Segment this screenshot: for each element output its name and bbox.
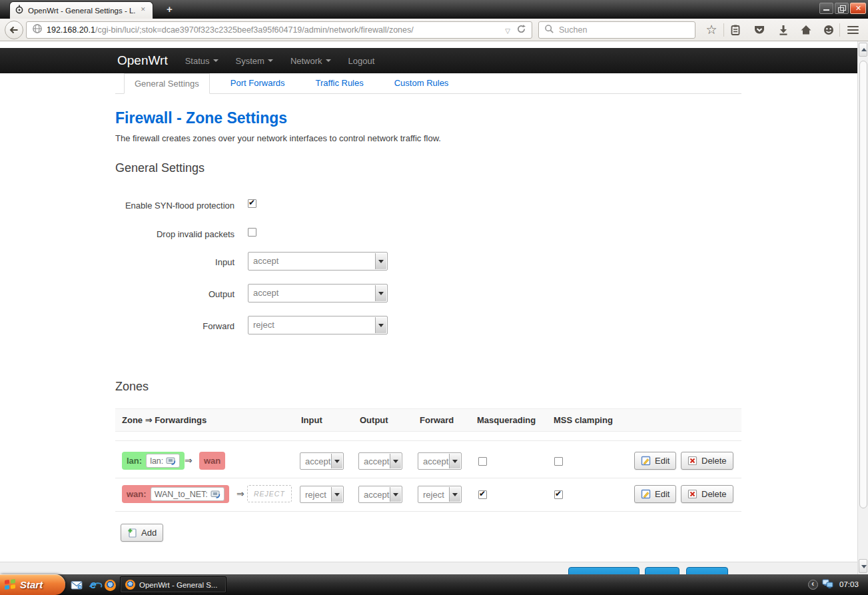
search-bar[interactable] [538, 21, 695, 39]
row2-delete-button[interactable]: Delete [681, 485, 733, 503]
row1-masquerading-checkbox[interactable] [478, 457, 487, 466]
save-button[interactable] [645, 567, 679, 574]
row1-mss-checkbox[interactable] [554, 457, 563, 466]
window-restore-button[interactable] [835, 3, 849, 14]
start-button[interactable]: Start [0, 574, 65, 595]
back-button[interactable] [5, 21, 23, 39]
new-tab-button[interactable] [161, 3, 179, 17]
window-titlebar: OpenWrt - General Settings - L... [0, 0, 868, 19]
tab-traffic-rules[interactable]: Traffic Rules [305, 73, 373, 93]
taskbar: Start e OpenWrt - General S... 07:03 [0, 574, 868, 595]
tab-port-forwards[interactable]: Port Forwards [220, 73, 295, 93]
table-divider [115, 440, 741, 441]
drop-invalid-label: Drop invalid packets [53, 229, 234, 239]
taskbar-clock: 07:03 [839, 574, 859, 595]
reload-icon[interactable] [516, 24, 526, 37]
zones-heading: Zones [115, 380, 149, 394]
add-zone-button[interactable]: Add [121, 524, 163, 542]
zone-badge-lan: lan: lan: [122, 452, 185, 470]
internet-explorer-icon[interactable]: e [87, 579, 99, 591]
page-subtitle: The firewall creates zones over your net… [115, 133, 441, 143]
table-divider [115, 478, 741, 478]
select-arrow-icon [390, 454, 401, 468]
col-input: Input [301, 409, 322, 431]
url-host: 192.168.20.1 [47, 25, 95, 35]
scrollbar-thumb[interactable] [859, 61, 867, 508]
row2-forward-select[interactable]: reject [418, 486, 462, 503]
forward-arrow: ⇒ [236, 488, 244, 499]
toolbar-separator [839, 23, 840, 37]
nav-item-logout[interactable]: Logout [348, 56, 375, 66]
row2-input-select[interactable]: reject [300, 486, 344, 503]
nav-item-network[interactable]: Network [290, 56, 331, 66]
dest-badge-wan: wan [199, 452, 225, 470]
forward-select[interactable]: reject [248, 316, 388, 334]
network-badge: lan: [146, 454, 180, 468]
select-arrow-icon [449, 454, 460, 468]
taskbar-task-openwrt[interactable]: OpenWrt - General S... [120, 576, 226, 593]
bookmarks-menu-icon[interactable] [729, 23, 742, 37]
browser-tab[interactable]: OpenWrt - General Settings - L... [9, 1, 153, 19]
row1-input-select[interactable]: accept [300, 452, 344, 470]
table-divider [115, 511, 741, 512]
url-text: 192.168.20.1/cgi-bin/luci/;stok=dcae3970… [47, 25, 499, 35]
scroll-up-icon[interactable] [859, 43, 867, 57]
bookmark-star-icon[interactable] [705, 23, 718, 37]
window-minimize-button[interactable] [819, 3, 833, 14]
select-arrow-icon [375, 317, 386, 333]
output-select[interactable]: accept [248, 284, 388, 302]
tab-title: OpenWrt - General Settings - L... [28, 7, 136, 15]
col-mss-clamping: MSS clamping [554, 409, 613, 431]
tray-collapse-icon[interactable] [808, 580, 818, 590]
nav-item-status[interactable]: Status [185, 56, 218, 66]
output-label: Output [53, 289, 234, 299]
dest-reject-badge: REJECT [247, 485, 292, 502]
tab-general-settings[interactable]: General Settings [124, 73, 210, 94]
row2-masquerading-checkbox[interactable] [478, 490, 487, 499]
nav-item-system[interactable]: System [236, 56, 273, 66]
reset-button[interactable] [686, 567, 728, 574]
vertical-scrollbar[interactable] [857, 41, 868, 574]
pocket-icon[interactable] [753, 23, 766, 37]
row2-edit-button[interactable]: Edit [634, 485, 676, 503]
url-dropdown-icon[interactable] [503, 24, 512, 36]
url-bar[interactable]: 192.168.20.1/cgi-bin/luci/;stok=dcae3970… [26, 21, 532, 39]
select-arrow-icon [375, 285, 386, 301]
zones-table-header: Zone ⇒ Forwardings Input Output Forward … [115, 408, 741, 432]
zone-badge-wan: wan: WAN_to_NET: [122, 485, 229, 503]
back-arrow-icon [9, 25, 19, 35]
row1-forward-select[interactable]: accept [418, 452, 462, 470]
col-output: Output [360, 409, 388, 431]
tab-close-icon[interactable] [140, 7, 148, 15]
tab-custom-rules[interactable]: Custom Rules [384, 73, 459, 93]
page-footer [0, 562, 857, 574]
scroll-down-icon[interactable] [859, 559, 867, 573]
delete-icon [687, 489, 697, 499]
syn-flood-checkbox[interactable] [248, 199, 256, 208]
menu-hamburger-icon[interactable] [846, 23, 859, 37]
caret-down-icon [326, 59, 331, 62]
row2-output-select[interactable]: accept [358, 486, 402, 503]
row2-mss-checkbox[interactable] [554, 490, 563, 499]
drop-invalid-checkbox[interactable] [248, 228, 256, 237]
row1-delete-button[interactable]: Delete [681, 452, 733, 470]
input-select[interactable]: accept [248, 252, 388, 271]
window-close-button[interactable] [850, 3, 866, 14]
search-input[interactable] [559, 25, 672, 35]
mail-icon[interactable] [71, 579, 83, 591]
downloads-icon[interactable] [777, 23, 790, 37]
save-apply-button[interactable] [568, 567, 640, 574]
syn-flood-label: Enable SYN-flood protection [53, 201, 234, 211]
forward-arrow: ⇒ [185, 455, 193, 466]
row1-output-select[interactable]: accept [358, 452, 402, 470]
network-tray-icon[interactable] [822, 578, 834, 592]
home-icon[interactable] [799, 23, 813, 37]
row1-edit-button[interactable]: Edit [634, 452, 676, 470]
hello-smiley-icon[interactable] [822, 23, 835, 37]
firefox-icon[interactable] [104, 579, 116, 591]
delete-icon [687, 456, 697, 466]
general-settings-heading: General Settings [115, 161, 205, 175]
caret-down-icon [213, 59, 218, 62]
interface-icon [211, 490, 220, 498]
firewall-tabs: General Settings Port Forwards Traffic R… [115, 73, 741, 94]
